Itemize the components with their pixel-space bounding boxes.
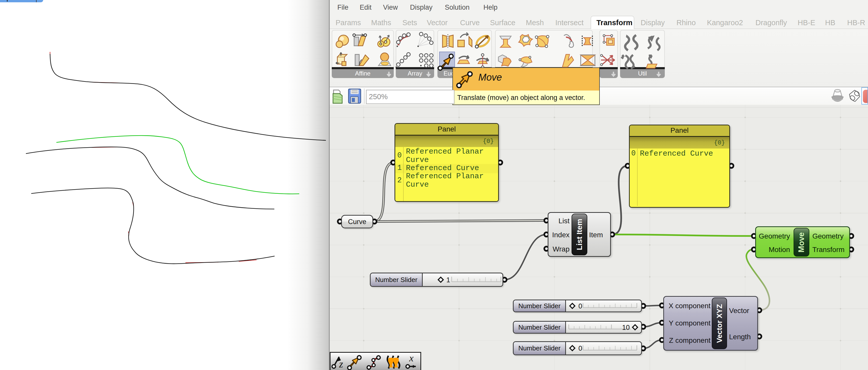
- svg-text:1: 1: [446, 276, 450, 284]
- svg-text:x: x: [409, 353, 413, 363]
- svg-text:0: 0: [579, 302, 582, 310]
- svg-text:0: 0: [579, 345, 582, 352]
- svg-text:10: 10: [622, 324, 630, 331]
- svg-text:z: z: [339, 358, 343, 370]
